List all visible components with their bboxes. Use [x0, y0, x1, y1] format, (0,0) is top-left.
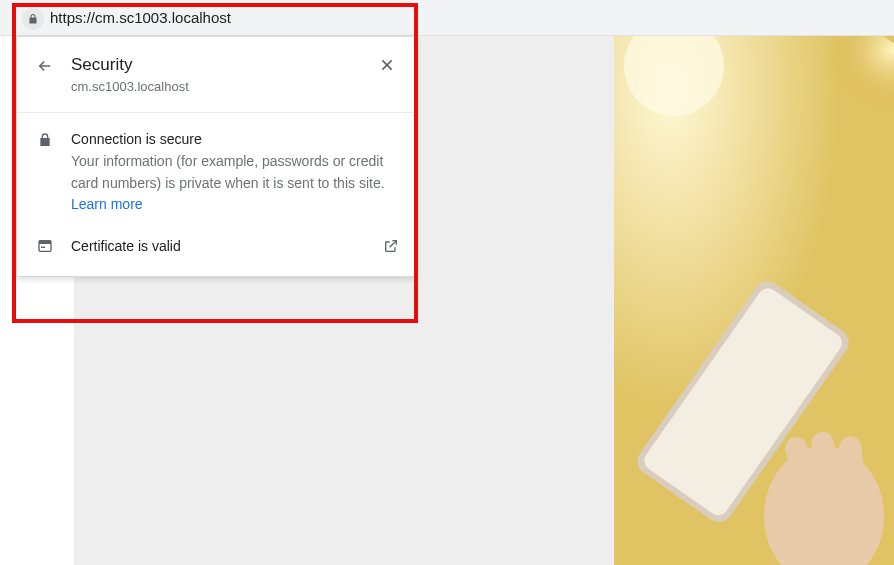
- popover-subtitle: cm.sc1003.localhost: [71, 79, 375, 94]
- certificate-icon: [33, 238, 57, 254]
- learn-more-link[interactable]: Learn more: [71, 196, 143, 212]
- connection-title: Connection is secure: [71, 131, 399, 147]
- address-bar-url[interactable]: https://cm.sc1003.localhost: [50, 9, 231, 26]
- certificate-label: Certificate is valid: [71, 238, 383, 254]
- external-link-icon: [383, 238, 399, 254]
- svg-rect-11: [41, 247, 45, 248]
- close-icon[interactable]: [375, 55, 399, 73]
- lock-icon: [33, 131, 57, 216]
- popover-title: Security: [71, 55, 375, 75]
- svg-rect-10: [39, 241, 51, 244]
- address-bar[interactable]: https://cm.sc1003.localhost: [0, 0, 894, 36]
- popover-header: Security cm.sc1003.localhost: [17, 37, 415, 113]
- connection-section: Connection is secure Your information (f…: [17, 113, 415, 216]
- back-arrow-icon[interactable]: [33, 55, 57, 75]
- hero-image: [614, 36, 894, 565]
- lock-icon[interactable]: [22, 8, 44, 30]
- connection-description: Your information (for example, passwords…: [71, 151, 399, 216]
- certificate-row[interactable]: Certificate is valid: [17, 216, 415, 276]
- security-popover: Security cm.sc1003.localhost Connection …: [16, 36, 416, 277]
